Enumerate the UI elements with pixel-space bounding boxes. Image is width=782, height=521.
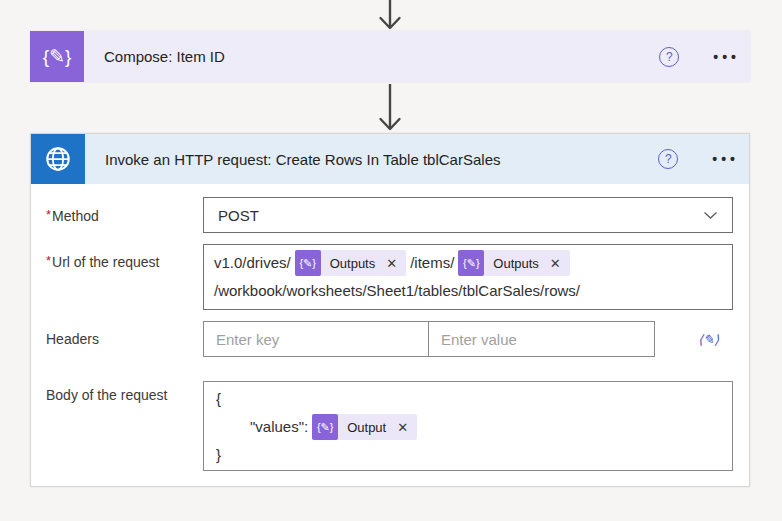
headers-inputs: ⟨✎⟩ bbox=[203, 321, 733, 357]
body-line-values: "values":{✎}Output✕ bbox=[216, 413, 720, 441]
expression-icon: {✎} bbox=[458, 250, 484, 276]
http-connector-icon bbox=[31, 134, 85, 184]
expression-icon: {✎} bbox=[312, 414, 338, 440]
body-row: Body of the request { "values":{✎}Output… bbox=[46, 381, 733, 471]
http-card-title: Invoke an HTTP request: Create Rows In T… bbox=[85, 134, 658, 184]
body-key-text: "values": bbox=[250, 418, 308, 435]
globe-icon bbox=[43, 144, 73, 174]
chevron-down-icon bbox=[703, 211, 718, 220]
dynamic-content-token[interactable]: {✎}Output✕ bbox=[312, 414, 417, 440]
url-line-2: /workbook/worksheets/Sheet1/tables/tblCa… bbox=[214, 277, 722, 305]
help-icon[interactable]: ? bbox=[659, 47, 679, 67]
token-label: Output bbox=[338, 421, 395, 434]
connector-arrow-middle bbox=[376, 84, 404, 133]
body-input[interactable]: { "values":{✎}Output✕ } bbox=[203, 381, 733, 471]
menu-ellipsis-button[interactable]: ••• bbox=[712, 151, 739, 167]
url-input[interactable]: v1.0/drives/{✎}Outputs✕/items/{✎}Outputs… bbox=[203, 244, 733, 310]
http-card-form: *Method POST *Url of the request v1.0/dr… bbox=[31, 184, 749, 482]
body-line-close: } bbox=[216, 441, 720, 469]
remove-token-icon[interactable]: ✕ bbox=[548, 257, 570, 270]
braces-pencil-icon: {✎} bbox=[43, 47, 72, 66]
url-label: *Url of the request bbox=[46, 244, 203, 310]
url-line-1: v1.0/drives/{✎}Outputs✕/items/{✎}Outputs… bbox=[214, 249, 722, 277]
method-value: POST bbox=[218, 207, 259, 224]
url-text-segment: v1.0/drives/ bbox=[214, 254, 291, 271]
menu-ellipsis-button[interactable]: ••• bbox=[713, 49, 740, 65]
remove-token-icon[interactable]: ✕ bbox=[395, 421, 417, 434]
header-value-input[interactable] bbox=[428, 321, 655, 357]
method-dropdown[interactable]: POST bbox=[203, 197, 733, 233]
url-text-segment: /items/ bbox=[410, 254, 454, 271]
body-label: Body of the request bbox=[46, 381, 203, 471]
flow-canvas: {✎} Compose: Item ID ? ••• Invoke an HTT… bbox=[0, 0, 782, 521]
remove-token-icon[interactable]: ✕ bbox=[384, 257, 406, 270]
dynamic-content-token[interactable]: {✎}Outputs✕ bbox=[295, 250, 406, 276]
compose-card-title: Compose: Item ID bbox=[84, 31, 659, 82]
headers-row: Headers ⟨✎⟩ bbox=[46, 321, 733, 357]
connector-arrow-top bbox=[376, 0, 404, 31]
token-label: Outputs bbox=[321, 257, 385, 270]
http-request-action-card: Invoke an HTTP request: Create Rows In T… bbox=[30, 133, 750, 487]
dynamic-content-token[interactable]: {✎}Outputs✕ bbox=[458, 250, 569, 276]
compose-action-card[interactable]: {✎} Compose: Item ID ? ••• bbox=[30, 31, 750, 82]
help-icon[interactable]: ? bbox=[658, 149, 678, 169]
url-row: *Url of the request v1.0/drives/{✎}Outpu… bbox=[46, 244, 733, 310]
body-line-open: { bbox=[216, 385, 720, 413]
required-mark: * bbox=[46, 207, 51, 222]
switch-to-text-mode-icon[interactable]: ⟨✎⟩ bbox=[698, 332, 719, 347]
header-key-input[interactable] bbox=[203, 321, 429, 357]
compose-connector-icon: {✎} bbox=[30, 31, 84, 82]
http-card-header[interactable]: Invoke an HTTP request: Create Rows In T… bbox=[31, 134, 749, 184]
token-label: Outputs bbox=[484, 257, 548, 270]
headers-label: Headers bbox=[46, 331, 203, 347]
method-row: *Method POST bbox=[46, 197, 733, 233]
required-mark: * bbox=[46, 253, 51, 268]
expression-icon: {✎} bbox=[295, 250, 321, 276]
method-label: *Method bbox=[46, 207, 203, 224]
